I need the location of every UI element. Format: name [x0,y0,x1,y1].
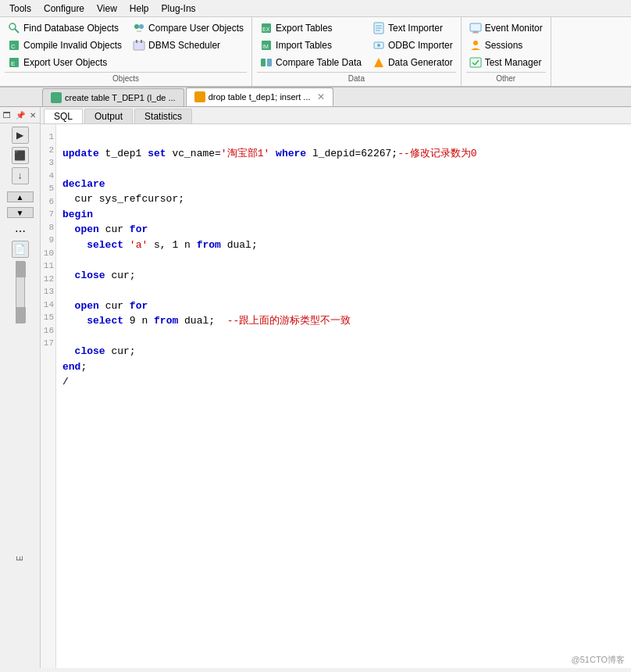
svg-point-7 [139,24,144,29]
find-db-icon [8,22,20,34]
sessions-label: Sessions [485,40,523,51]
side-label-e: E [16,556,24,562]
svg-point-23 [377,44,380,47]
ribbon-export-user[interactable]: E Export User Objects [5,55,125,70]
tab-close-button[interactable]: ✕ [317,91,325,102]
import-tables-label: Import Tables [276,40,332,51]
ribbon: Find Database Objects C Compile Invalid … [0,17,631,88]
ribbon-sessions[interactable]: Sessions [466,38,546,53]
action-btn-2[interactable]: ⬛ [12,147,29,164]
panel-toggle-btn[interactable]: 🗖 [2,109,12,121]
tab-bar: create table T_DEP1 (l_de ... drop table… [0,88,631,107]
find-db-label: Find Database Objects [23,23,119,34]
ribbon-import-tables[interactable]: IM Import Tables [257,38,365,53]
ribbon-group-data: EX Export Tables IM Import Tables [252,17,462,86]
ribbon-dbms-scheduler[interactable]: DBMS Scheduler [130,38,247,53]
scroll-up-btn[interactable]: ▲ [7,191,34,202]
svg-point-28 [473,41,478,45]
left-panel-controls: 🗖 📌 ✕ [0,107,40,123]
svg-text:E: E [11,60,15,67]
action-btn-1[interactable]: ▶ [12,127,29,144]
svg-text:IM: IM [262,44,269,49]
menu-tools[interactable]: Tools [3,2,37,16]
panel-close-btn[interactable]: ✕ [27,109,38,121]
tab-drop-label: drop table t_dep1; insert ... [209,92,311,102]
line-numbers: 1 2 3 4 5 6 7 8 9 10 11 12 13 14 15 16 1… [41,124,56,668]
data-generator-icon [373,56,385,69]
panel-pin-btn[interactable]: 📌 [14,109,25,121]
action-btn-3[interactable]: ↓ [12,167,29,184]
more-options-btn[interactable]: ⋯ [15,225,26,238]
svg-text:C: C [11,43,16,50]
svg-rect-29 [470,58,481,67]
svg-point-6 [134,24,139,29]
ribbon-text-importer[interactable]: Text Importer [369,20,456,36]
svg-line-1 [15,29,19,33]
import-tables-icon: IM [260,39,273,52]
tab-drop-icon [194,91,205,102]
export-tables-icon: EX [260,22,273,34]
code-editor[interactable]: 1 2 3 4 5 6 7 8 9 10 11 12 13 14 15 16 1… [41,124,631,668]
left-panel: 🗖 📌 ✕ ▶ ⬛ ↓ ▲ ▼ ⋯ 📄 E [0,107,41,668]
ribbon-find-db-objects[interactable]: Find Database Objects [5,20,125,36]
test-manager-label: Test Manager [485,57,542,68]
dbms-scheduler-icon [133,39,145,52]
event-monitor-icon [469,22,482,34]
tab-drop-table[interactable]: drop table t_dep1; insert ... ✕ [186,88,333,106]
editor-tab-statistics[interactable]: Statistics [134,109,192,123]
menu-view[interactable]: View [91,2,123,16]
svg-rect-25 [470,23,481,31]
ribbon-export-tables[interactable]: EX Export Tables [257,20,365,36]
code-content[interactable]: update t_dep1 set vc_name='淘宝部1' where l… [56,124,631,668]
export-user-icon: E [8,56,20,69]
dbms-scheduler-label: DBMS Scheduler [148,40,220,51]
menu-help[interactable]: Help [123,2,155,16]
new-doc-btn[interactable]: 📄 [12,241,29,258]
export-tables-label: Export Tables [276,23,333,34]
svg-text:EX: EX [262,27,270,32]
odbc-importer-label: ODBC Importer [388,40,453,51]
ribbon-group-objects: Find Database Objects C Compile Invalid … [0,17,252,86]
compile-label: Compile Invalid Objects [23,40,122,51]
event-monitor-label: Event Monitor [485,23,543,34]
ribbon-data-generator[interactable]: Data Generator [369,55,456,70]
ribbon-compile-invalid[interactable]: C Compile Invalid Objects [5,38,125,53]
compile-icon: C [8,39,20,52]
export-user-label: Export User Objects [23,57,107,68]
odbc-importer-icon [373,39,385,52]
other-group-label: Other [466,72,546,83]
watermark: @51CTO博客 [572,654,625,666]
scroll-down-btn[interactable]: ▼ [7,207,34,218]
left-actions: ▶ ⬛ ↓ [0,123,40,188]
svg-marker-24 [374,58,383,67]
compare-user-icon [133,22,145,34]
tab-create-table[interactable]: create table T_DEP1 (l_de ... [42,88,184,106]
editor-tabs: SQL Output Statistics [41,107,631,124]
data-generator-label: Data Generator [388,57,453,68]
menu-plugins[interactable]: Plug-Ins [155,2,202,16]
sessions-icon [469,39,482,52]
ribbon-odbc-importer[interactable]: ODBC Importer [369,38,456,53]
objects-group-label: Objects [5,72,247,83]
test-manager-icon [469,56,482,69]
ribbon-group-other: Event Monitor Sessions Test Manager [462,17,551,86]
ribbon-test-manager[interactable]: Test Manager [466,55,546,70]
text-importer-label: Text Importer [388,23,443,34]
ribbon-event-monitor[interactable]: Event Monitor [466,20,546,36]
compare-table-label: Compare Table Data [276,57,362,68]
menubar: Tools Configure View Help Plug-Ins [0,0,631,17]
editor-tab-output[interactable]: Output [84,109,133,123]
editor-tab-sql[interactable]: SQL [44,109,83,123]
tab-create-label: create table T_DEP1 (l_de ... [65,93,176,102]
data-group-label: Data [257,72,456,83]
svg-rect-16 [261,59,266,66]
tab-create-icon [51,92,62,103]
ribbon-compare-table-data[interactable]: Compare Table Data [257,55,365,70]
ribbon-compare-user[interactable]: Compare User Objects [130,20,247,36]
compare-table-icon [260,56,273,69]
menu-configure[interactable]: Configure [37,2,91,16]
svg-point-0 [9,23,16,30]
editor-inner: SQL Output Statistics 1 2 3 4 5 6 7 8 9 … [41,107,631,668]
compare-user-label: Compare User Objects [148,23,244,34]
text-importer-icon [373,22,385,34]
